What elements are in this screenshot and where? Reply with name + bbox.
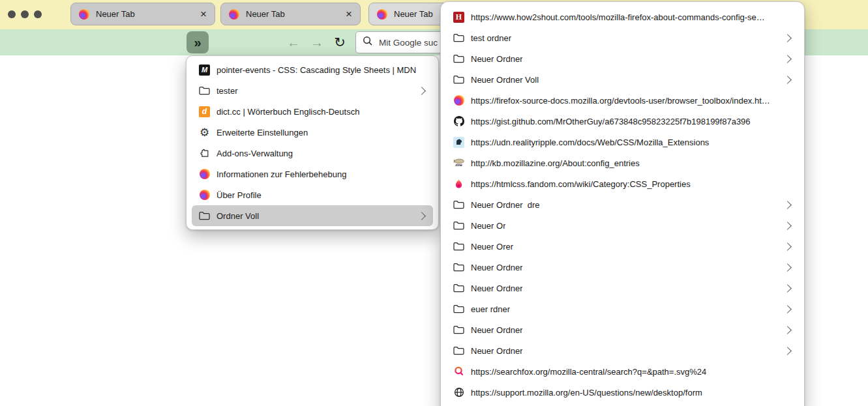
folder-icon <box>453 261 465 273</box>
menu-item-bookmark[interactable]: Über Profile <box>192 184 433 205</box>
submenu-item-folder[interactable]: Neuer Ordner <box>446 278 799 298</box>
folder-icon <box>453 240 465 252</box>
submenu-item-bookmark[interactable]: https://support.mozilla.org/en-US/questi… <box>446 382 799 403</box>
submenu-item-bookmark[interactable]: https://htmlcss.fandom.com/wiki/Category… <box>446 173 799 194</box>
firefox-icon <box>198 168 211 180</box>
menu-item-bookmark[interactable]: Mpointer-events - CSS: Cascading Style S… <box>192 59 433 80</box>
how2shout-icon: H <box>453 11 465 23</box>
chevron-right-icon <box>783 326 792 334</box>
window-controls <box>8 10 42 18</box>
menu-item-folder[interactable]: Ordner Voll <box>192 205 433 226</box>
item-label: Neuer Ordner <box>471 263 522 272</box>
submenu-item-folder[interactable]: Neuer Orer <box>446 236 799 257</box>
overflow-chevron-button[interactable]: » <box>187 31 209 53</box>
menu-item-bookmark[interactable]: Informationen zur Fehlerbehebung <box>192 164 433 184</box>
folder-icon <box>453 32 465 44</box>
folder-icon <box>453 324 465 336</box>
tab-2[interactable]: Neuer Tab × <box>220 3 361 25</box>
firefox-icon <box>453 94 465 106</box>
forward-icon[interactable]: → <box>309 29 325 55</box>
submenu-item-bookmark[interactable]: zinehttp://kb.mozillazine.org/About:conf… <box>446 152 799 173</box>
fandom-icon <box>453 178 465 190</box>
item-label: dict.cc | Wörterbuch Englisch-Deutsch <box>217 107 359 117</box>
item-label: Ordner Voll <box>217 211 259 221</box>
folder-icon <box>198 85 211 96</box>
bookmarks-overflow-menu: Mpointer-events - CSS: Cascading Style S… <box>186 55 439 230</box>
chevron-right-icon <box>783 76 792 84</box>
item-label: Neuer Ordner <box>471 325 522 335</box>
globe-icon <box>453 386 465 398</box>
submenu-item-bookmark[interactable]: https://searchfox.org/mozilla-central/se… <box>446 361 799 382</box>
submenu-item-folder[interactable]: Neuer Ordner <box>446 257 799 278</box>
firefox-icon <box>377 9 387 20</box>
chevron-right-icon <box>783 347 792 355</box>
github-icon <box>453 115 465 127</box>
reload-icon[interactable]: ↻ <box>332 29 348 55</box>
submenu-item-folder[interactable]: Neuer Ordner <box>446 319 799 340</box>
submenu-item-folder[interactable]: Neuer Ordner <box>446 48 799 69</box>
folder-icon <box>453 345 465 356</box>
item-label: Neuer Ordner <box>471 346 522 356</box>
item-label: https://www.how2shout.com/tools/mozilla-… <box>471 12 765 22</box>
item-label: Über Profile <box>217 190 262 200</box>
item-label: https://gist.github.com/MrOtherGuy/a6738… <box>471 117 751 126</box>
submenu-item-bookmark[interactable]: Hhttps://www.how2shout.com/tools/mozilla… <box>446 7 799 27</box>
item-label: Informationen zur Fehlerbehebung <box>217 169 346 179</box>
item-label: tester <box>217 86 238 96</box>
submenu-item-bookmark[interactable]: https://udn.realityripple.com/docs/Web/C… <box>446 132 799 152</box>
firefox-icon <box>229 9 239 20</box>
submenu-item-folder[interactable]: Neuer Ordner <box>446 340 799 361</box>
folder-submenu: Hhttps://www.how2shout.com/tools/mozilla… <box>440 1 805 406</box>
submenu-item-folder[interactable]: test ordner <box>446 27 799 48</box>
submenu-item-folder[interactable]: Neuer Ordner Voll <box>446 69 799 90</box>
submenu-item-folder[interactable]: Neuer Ordner dre <box>446 194 799 215</box>
close-window-button[interactable] <box>8 10 16 18</box>
submenu-item-bookmark[interactable]: https://firefox-source-docs.mozilla.org/… <box>446 90 799 111</box>
chevron-right-icon <box>783 242 792 251</box>
back-icon[interactable]: ← <box>286 29 301 55</box>
minimize-window-button[interactable] <box>21 10 29 18</box>
submenu-item-bookmark[interactable]: https://gist.github.com/MrOtherGuy/a6738… <box>446 111 799 132</box>
item-label: Erweiterte Einstellungen <box>217 128 308 138</box>
folder-icon <box>198 210 211 222</box>
folder-icon <box>453 53 465 65</box>
menu-item-bookmark[interactable]: ddict.cc | Wörterbuch Englisch-Deutsch <box>192 101 433 122</box>
chevron-right-icon <box>783 34 792 42</box>
chevron-right-icon <box>783 263 792 272</box>
item-label: Neuer Or <box>471 221 505 231</box>
menu-item-bookmark[interactable]: ⚙Erweiterte Einstellungen <box>192 122 433 143</box>
maximize-window-button[interactable] <box>34 10 42 18</box>
tab-label: Neuer Tab <box>96 9 195 19</box>
item-label: euer rdner <box>471 304 510 314</box>
close-tab-icon[interactable]: × <box>346 8 352 20</box>
tab-1[interactable]: Neuer Tab × <box>70 3 215 25</box>
search-icon <box>363 36 373 49</box>
item-label: Neuer Ordner Voll <box>471 75 539 85</box>
firefox-icon <box>79 9 89 20</box>
folder-icon <box>453 282 465 294</box>
mdn-icon: M <box>198 64 211 76</box>
submenu-item-folder[interactable]: euer rdner <box>446 298 799 319</box>
item-label: Neuer Ordner dre <box>471 200 540 210</box>
item-label: https://support.mozilla.org/en-US/questi… <box>471 388 702 398</box>
chevron-right-icon <box>783 305 792 313</box>
folder-icon <box>453 199 465 210</box>
submenu-item-folder[interactable]: Neuer Or <box>446 215 799 236</box>
item-label: https://udn.realityripple.com/docs/Web/C… <box>471 138 709 147</box>
dictcc-icon: d <box>198 106 211 117</box>
menu-item-folder[interactable]: tester <box>192 80 433 101</box>
searchfox-icon <box>453 366 465 377</box>
mozillazine-icon: zine <box>453 157 465 169</box>
realityripple-icon <box>453 136 465 148</box>
close-tab-icon[interactable]: × <box>200 8 207 20</box>
firefox-icon <box>198 189 211 201</box>
chevron-right-icon <box>417 87 426 95</box>
folder-icon <box>453 220 465 231</box>
item-label: Neuer Ordner <box>471 54 522 64</box>
chevron-right-icon <box>783 222 792 230</box>
item-label: Neuer Ordner <box>471 283 522 293</box>
item-label: test ordner <box>471 33 511 43</box>
menu-item-bookmark[interactable]: Add-ons-Verwaltung <box>192 143 433 164</box>
item-label: http://kb.mozillazine.org/About:config_e… <box>471 158 640 168</box>
item-label: pointer-events - CSS: Cascading Style Sh… <box>217 65 416 75</box>
